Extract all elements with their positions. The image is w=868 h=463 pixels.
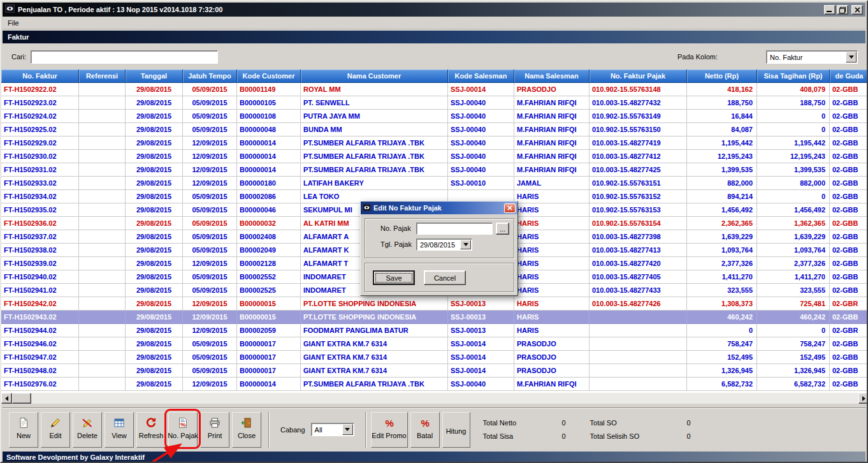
cell-no-faktur: FT-H1502935.02 [1,203,79,217]
cell-kode-gudang: 02-GBB [830,190,868,203]
table-row[interactable]: FT-H1502942.0229/08/201512/09/2015B00000… [1,297,868,311]
cell-kode-salesman: SSJ-00040 [448,110,514,123]
tgl-pajak-select[interactable]: 29/08/2015 [416,239,472,251]
no-pajak-input[interactable] [416,223,493,235]
toolbar-button-new[interactable]: New [9,412,38,448]
table-row[interactable]: FT-H1502976.0229/08/201512/09/2015B00000… [1,378,868,391]
cell-nama-salesman: M.FAHRIAN RIFQI [514,163,590,177]
cell-kode-customer: B00000108 [237,110,301,123]
minimize-button[interactable] [824,5,835,15]
cell-tanggal: 29/08/2015 [126,311,183,324]
restore-button[interactable] [837,5,848,15]
tax-doc-icon: % [177,417,189,429]
column-header-nama-customer[interactable]: Nama Customer [301,70,448,83]
table-row[interactable]: FT-H1502929.0229/08/201512/09/2015B00000… [1,136,868,150]
cell-sisa-tagihan: 408,079 [757,83,830,96]
toolbar-button-hitung[interactable]: Hitung [442,412,470,448]
cancel-button[interactable]: Cancel [424,270,466,285]
cell-nama-salesman: PRASODJO [514,337,590,351]
toolbar-button-batal[interactable]: %Batal [410,412,440,448]
column-header-nama-salesman[interactable]: Nama Salesman [514,70,590,83]
cell-no-faktur-pajak: 010.902-15.55763154 [590,217,687,230]
column-header-no-faktur[interactable]: No. Faktur [1,70,79,83]
browse-button[interactable]: ... [496,223,509,235]
toolbar-button-label: Hitung [446,427,467,435]
column-header-kode-salesman[interactable]: Kode Salesman [448,70,514,83]
cell-kode-salesman: SSJ-00013 [448,297,514,311]
toolbar-button-edit-promo[interactable]: %Edit Promo [371,412,408,448]
table-row[interactable]: FT-H1502930.0229/08/201512/09/2015B00000… [1,150,868,163]
toolbar-button-close[interactable]: Close [232,412,261,448]
cell-jatuh-tempo: 12/09/2015 [183,150,237,163]
toolbar-button-refresh[interactable]: Refresh [136,412,166,448]
column-header-netto[interactable]: Netto (Rp) [687,70,757,83]
toolbar-button-print[interactable]: Print [200,412,229,448]
cell-no-faktur-pajak: 010.902-15.55763150 [590,123,687,136]
table-row[interactable]: FT-H1502923.0229/08/201505/09/2015B00000… [1,96,868,110]
cell-no-faktur: FT-H1502933.02 [1,177,79,190]
cell-kode-gudang: 02-GBB [830,257,868,270]
cell-netto: 16,844 [687,110,757,123]
cabang-group: Cabang All [274,412,361,448]
table-row[interactable]: FT-H1502922.0229/08/201505/09/2015B00001… [1,83,868,96]
scroll-right-button[interactable] [858,393,868,404]
cell-tanggal: 29/08/2015 [126,123,183,136]
toolbar-button-view[interactable]: View [105,412,134,448]
cell-referensi [79,177,126,190]
dialog-close-button[interactable] [504,203,516,213]
search-input[interactable] [31,50,218,64]
column-header-no-faktur-pajak[interactable]: No. Faktur Pajak [590,70,687,83]
scroll-left-button[interactable] [1,393,12,404]
table-row[interactable]: FT-H1502948.0229/08/201505/09/2015B00000… [1,364,868,378]
column-header-kode-gudang[interactable]: de Guda [830,70,868,83]
column-header-kode-customer[interactable]: Kode Customer [237,70,301,83]
scrollbar-thumb[interactable] [12,393,31,404]
cell-jatuh-tempo: 05/09/2015 [183,351,237,364]
table-row[interactable]: FT-H1502933.0229/08/201512/09/2015B00000… [1,177,868,190]
table-row[interactable]: FT-H1502924.0229/08/201505/09/2015B00000… [1,110,868,123]
cell-no-faktur: FT-H1502976.02 [1,378,79,391]
chevron-down-icon[interactable] [460,240,471,249]
table-row[interactable]: FT-H1502947.0229/08/201505/09/2015B00000… [1,351,868,364]
cell-kode-customer: B00000014 [237,378,301,391]
cell-referensi [79,136,126,150]
cell-sisa-tagihan: 0 [757,110,830,123]
toolbar-button-delete[interactable]: Delete [73,412,102,448]
arrow-right-icon [862,396,865,401]
search-row: Cari: Pada Kolom: No. Faktur [3,43,865,70]
cell-kode-customer: B00001149 [237,83,301,96]
column-header-referensi[interactable]: Referensi [79,70,126,83]
total-so-value: 0 [686,419,690,427]
table-row[interactable]: FT-H1502925.0229/08/201505/09/2015B00000… [1,123,868,136]
cell-referensi [79,244,126,257]
toolbar: NewEditDeleteViewRefresh%No. PajakPrintC… [3,408,865,450]
save-button[interactable]: Save [373,270,415,285]
toolbar-separator [268,412,270,448]
horizontal-scrollbar[interactable] [1,393,868,404]
column-header-jatuh-tempo[interactable]: Jatuh Tempo [183,70,237,83]
cell-no-faktur: FT-H1502925.02 [1,123,79,136]
menu-file[interactable]: File [3,18,24,28]
toolbar-button-edit[interactable]: Edit [41,412,70,448]
cabang-select[interactable]: All [311,423,354,436]
cell-sisa-tagihan: 1,456,492 [757,203,830,217]
cell-kode-gudang: 02-GBB [830,217,868,230]
toolbar-button-no-pajak[interactable]: %No. Pajak [168,412,198,448]
cell-kode-customer: B00002408 [237,230,301,244]
chevron-down-icon[interactable] [342,424,353,435]
table-row[interactable]: FT-H1502943.0229/08/201512/09/2015B00000… [1,311,868,324]
cell-nama-salesman: HARIS [514,190,590,203]
chevron-down-icon[interactable] [846,52,857,62]
table-row[interactable]: FT-H1502946.0229/08/201505/09/2015B00000… [1,337,868,351]
close-button[interactable] [851,5,863,15]
table-row[interactable]: FT-H1502944.0229/08/201512/09/2015B00002… [1,324,868,337]
total-selisih-so-row: Total Selisih SO 0 [590,432,691,440]
column-filter-select[interactable]: No. Faktur [766,50,858,64]
table-row[interactable]: FT-H1502931.0229/08/201512/09/2015B00000… [1,163,868,177]
cell-referensi [79,297,126,311]
cell-nama-customer: PUTRA JAYA MM [301,110,448,123]
cell-referensi [79,230,126,244]
cell-nama-customer: BUNDA MM [301,123,448,136]
column-header-tanggal[interactable]: Tanggal [126,70,183,83]
column-header-sisa-tagihan[interactable]: Sisa Tagihan (Rp) [757,70,830,83]
